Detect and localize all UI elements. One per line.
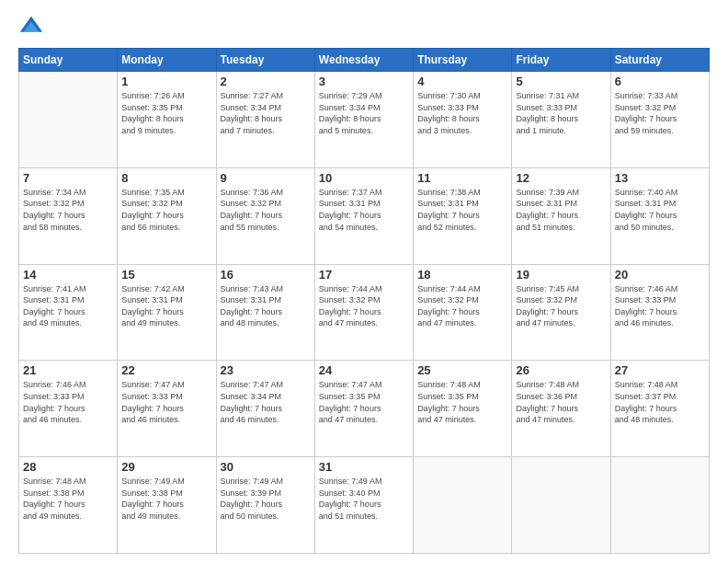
calendar-cell: 16Sunrise: 7:43 AM Sunset: 3:31 PM Dayli… (216, 264, 314, 361)
day-number: 7 (23, 171, 113, 185)
calendar-cell: 13Sunrise: 7:40 AM Sunset: 3:31 PM Dayli… (610, 167, 709, 264)
calendar-cell: 21Sunrise: 7:46 AM Sunset: 3:33 PM Dayli… (19, 361, 118, 457)
weekday-header-thursday: Thursday (414, 49, 512, 72)
day-info: Sunrise: 7:46 AM Sunset: 3:33 PM Dayligh… (23, 379, 113, 425)
weekday-header-wednesday: Wednesday (314, 49, 413, 72)
weekday-header-friday: Friday (512, 49, 610, 72)
calendar-cell: 3Sunrise: 7:29 AM Sunset: 3:34 PM Daylig… (314, 72, 413, 168)
week-row-2: 14Sunrise: 7:41 AM Sunset: 3:31 PM Dayli… (19, 264, 710, 361)
calendar-cell: 19Sunrise: 7:45 AM Sunset: 3:32 PM Dayli… (512, 264, 610, 361)
calendar-cell: 8Sunrise: 7:35 AM Sunset: 3:32 PM Daylig… (118, 167, 216, 264)
week-row-0: 1Sunrise: 7:26 AM Sunset: 3:35 PM Daylig… (19, 72, 710, 168)
day-number: 28 (23, 460, 113, 474)
day-number: 30 (221, 460, 311, 474)
day-number: 27 (615, 363, 705, 377)
day-info: Sunrise: 7:48 AM Sunset: 3:36 PM Dayligh… (516, 379, 606, 425)
day-info: Sunrise: 7:44 AM Sunset: 3:32 PM Dayligh… (319, 283, 409, 329)
day-info: Sunrise: 7:49 AM Sunset: 3:38 PM Dayligh… (121, 476, 211, 522)
day-info: Sunrise: 7:49 AM Sunset: 3:39 PM Dayligh… (221, 476, 311, 522)
weekday-header-saturday: Saturday (610, 49, 709, 72)
week-row-4: 28Sunrise: 7:48 AM Sunset: 3:38 PM Dayli… (19, 457, 710, 554)
weekday-header-tuesday: Tuesday (216, 49, 314, 72)
day-number: 13 (615, 171, 705, 185)
day-info: Sunrise: 7:48 AM Sunset: 3:37 PM Dayligh… (615, 379, 705, 425)
calendar-cell: 1Sunrise: 7:26 AM Sunset: 3:35 PM Daylig… (118, 72, 216, 168)
day-info: Sunrise: 7:40 AM Sunset: 3:31 PM Dayligh… (615, 187, 705, 233)
day-number: 26 (516, 363, 606, 377)
day-info: Sunrise: 7:30 AM Sunset: 3:33 PM Dayligh… (417, 90, 507, 136)
day-number: 15 (121, 268, 211, 282)
calendar-cell: 27Sunrise: 7:48 AM Sunset: 3:37 PM Dayli… (610, 361, 709, 457)
day-info: Sunrise: 7:43 AM Sunset: 3:31 PM Dayligh… (221, 283, 311, 329)
day-number: 5 (516, 75, 606, 88)
calendar-cell: 2Sunrise: 7:27 AM Sunset: 3:34 PM Daylig… (216, 72, 314, 168)
calendar-cell: 6Sunrise: 7:33 AM Sunset: 3:32 PM Daylig… (610, 72, 709, 168)
week-row-3: 21Sunrise: 7:46 AM Sunset: 3:33 PM Dayli… (19, 361, 710, 457)
logo (18, 15, 48, 40)
calendar-cell: 18Sunrise: 7:44 AM Sunset: 3:32 PM Dayli… (414, 264, 512, 361)
day-number: 6 (615, 75, 705, 88)
day-info: Sunrise: 7:26 AM Sunset: 3:35 PM Dayligh… (121, 90, 211, 136)
day-info: Sunrise: 7:34 AM Sunset: 3:32 PM Dayligh… (23, 187, 113, 233)
calendar-cell: 11Sunrise: 7:38 AM Sunset: 3:31 PM Dayli… (414, 167, 512, 264)
day-number: 19 (516, 268, 606, 282)
day-info: Sunrise: 7:35 AM Sunset: 3:32 PM Dayligh… (121, 187, 211, 233)
day-info: Sunrise: 7:45 AM Sunset: 3:32 PM Dayligh… (516, 283, 606, 329)
logo-icon (18, 15, 44, 40)
day-info: Sunrise: 7:33 AM Sunset: 3:32 PM Dayligh… (615, 90, 705, 136)
calendar-cell: 26Sunrise: 7:48 AM Sunset: 3:36 PM Dayli… (512, 361, 610, 457)
calendar-cell (19, 72, 118, 168)
day-number: 21 (23, 363, 113, 377)
day-info: Sunrise: 7:36 AM Sunset: 3:32 PM Dayligh… (221, 187, 311, 233)
day-info: Sunrise: 7:27 AM Sunset: 3:34 PM Dayligh… (221, 90, 311, 136)
calendar: SundayMondayTuesdayWednesdayThursdayFrid… (18, 48, 710, 554)
day-info: Sunrise: 7:47 AM Sunset: 3:34 PM Dayligh… (221, 379, 311, 425)
calendar-cell: 5Sunrise: 7:31 AM Sunset: 3:33 PM Daylig… (512, 72, 610, 168)
day-number: 9 (221, 171, 311, 185)
page: SundayMondayTuesdayWednesdayThursdayFrid… (0, 0, 728, 563)
day-info: Sunrise: 7:47 AM Sunset: 3:35 PM Dayligh… (319, 379, 409, 425)
calendar-cell: 23Sunrise: 7:47 AM Sunset: 3:34 PM Dayli… (216, 361, 314, 457)
calendar-cell (610, 457, 709, 554)
day-info: Sunrise: 7:49 AM Sunset: 3:40 PM Dayligh… (319, 476, 409, 522)
day-info: Sunrise: 7:38 AM Sunset: 3:31 PM Dayligh… (417, 187, 507, 233)
day-info: Sunrise: 7:41 AM Sunset: 3:31 PM Dayligh… (23, 283, 113, 329)
day-info: Sunrise: 7:48 AM Sunset: 3:35 PM Dayligh… (417, 379, 507, 425)
day-number: 2 (221, 75, 311, 88)
calendar-cell: 12Sunrise: 7:39 AM Sunset: 3:31 PM Dayli… (512, 167, 610, 264)
day-number: 4 (417, 75, 507, 88)
calendar-cell: 4Sunrise: 7:30 AM Sunset: 3:33 PM Daylig… (414, 72, 512, 168)
day-number: 20 (615, 268, 705, 282)
calendar-cell: 22Sunrise: 7:47 AM Sunset: 3:33 PM Dayli… (118, 361, 216, 457)
day-number: 22 (121, 363, 211, 377)
day-number: 31 (319, 460, 409, 474)
day-info: Sunrise: 7:46 AM Sunset: 3:33 PM Dayligh… (615, 283, 705, 329)
day-number: 1 (121, 75, 211, 88)
day-number: 18 (417, 268, 507, 282)
day-info: Sunrise: 7:44 AM Sunset: 3:32 PM Dayligh… (417, 283, 507, 329)
weekday-header-sunday: Sunday (19, 49, 118, 72)
calendar-cell: 17Sunrise: 7:44 AM Sunset: 3:32 PM Dayli… (314, 264, 413, 361)
day-number: 11 (417, 171, 507, 185)
calendar-cell: 14Sunrise: 7:41 AM Sunset: 3:31 PM Dayli… (19, 264, 118, 361)
weekday-header-monday: Monday (118, 49, 216, 72)
day-number: 16 (221, 268, 311, 282)
calendar-cell: 24Sunrise: 7:47 AM Sunset: 3:35 PM Dayli… (314, 361, 413, 457)
calendar-cell: 29Sunrise: 7:49 AM Sunset: 3:38 PM Dayli… (118, 457, 216, 554)
calendar-cell: 7Sunrise: 7:34 AM Sunset: 3:32 PM Daylig… (19, 167, 118, 264)
day-number: 10 (319, 171, 409, 185)
day-info: Sunrise: 7:47 AM Sunset: 3:33 PM Dayligh… (121, 379, 211, 425)
day-info: Sunrise: 7:39 AM Sunset: 3:31 PM Dayligh… (516, 187, 606, 233)
calendar-cell: 31Sunrise: 7:49 AM Sunset: 3:40 PM Dayli… (314, 457, 413, 554)
calendar-cell (512, 457, 610, 554)
day-number: 12 (516, 171, 606, 185)
day-info: Sunrise: 7:29 AM Sunset: 3:34 PM Dayligh… (319, 90, 409, 136)
day-number: 17 (319, 268, 409, 282)
calendar-cell: 25Sunrise: 7:48 AM Sunset: 3:35 PM Dayli… (414, 361, 512, 457)
day-number: 14 (23, 268, 113, 282)
day-info: Sunrise: 7:37 AM Sunset: 3:31 PM Dayligh… (319, 187, 409, 233)
calendar-cell: 15Sunrise: 7:42 AM Sunset: 3:31 PM Dayli… (118, 264, 216, 361)
day-number: 23 (221, 363, 311, 377)
day-number: 3 (319, 75, 409, 88)
calendar-cell: 9Sunrise: 7:36 AM Sunset: 3:32 PM Daylig… (216, 167, 314, 264)
